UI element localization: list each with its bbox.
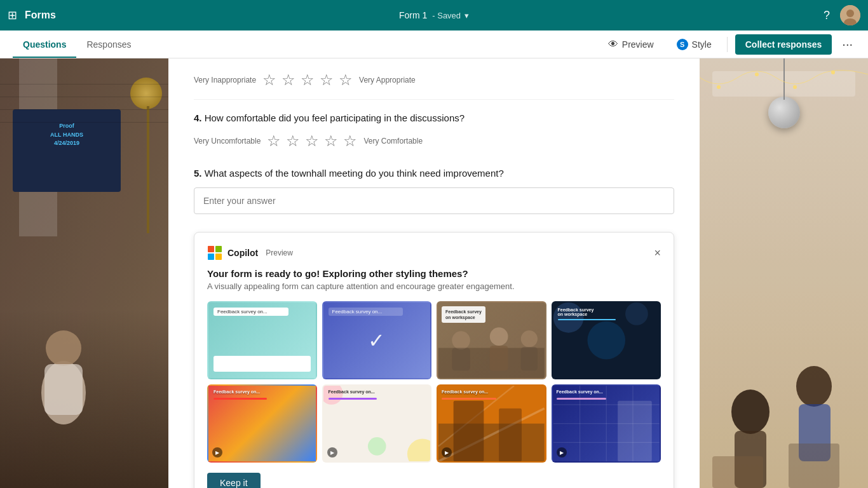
q4-star-1[interactable]: ☆ bbox=[267, 132, 281, 150]
separator bbox=[727, 37, 728, 52]
q3-star-1[interactable]: ☆ bbox=[262, 71, 276, 89]
tab-list: Questions Responses bbox=[13, 30, 142, 58]
background-right bbox=[700, 58, 868, 488]
theme-card-5[interactable]: Feedback survey on... ▶ bbox=[207, 384, 317, 463]
svg-point-1 bbox=[846, 10, 854, 17]
question-3-block: Very Inappropriate ☆ ☆ ☆ ☆ ☆ Very Approp… bbox=[194, 71, 674, 100]
svg-point-13 bbox=[755, 72, 759, 76]
svg-point-8 bbox=[796, 366, 832, 407]
q3-star-3[interactable]: ☆ bbox=[301, 71, 315, 89]
svg-rect-36 bbox=[454, 401, 484, 461]
svg-rect-5 bbox=[44, 364, 83, 415]
grid-icon[interactable]: ⊞ bbox=[8, 8, 17, 22]
svg-rect-10 bbox=[712, 456, 763, 488]
svg-rect-26 bbox=[521, 347, 538, 370]
theme-grid: Feedback survey on... Feedback survey on… bbox=[207, 301, 661, 463]
svg-rect-16 bbox=[208, 246, 214, 252]
theme-6-play-icon[interactable]: ▶ bbox=[327, 447, 337, 458]
copilot-title-text: Copilot bbox=[227, 248, 258, 258]
top-navigation: ⊞ Forms Form 1 - Saved ▾ ? bbox=[0, 0, 868, 30]
more-options-button[interactable]: ··· bbox=[839, 34, 855, 54]
question-4-block: 4. How comfortable did you feel particip… bbox=[194, 112, 674, 150]
chevron-icon[interactable]: ▾ bbox=[465, 11, 469, 20]
style-button[interactable]: S Style bbox=[669, 35, 719, 54]
answer-input[interactable] bbox=[194, 187, 674, 214]
form-content-area: Very Inappropriate ☆ ☆ ☆ ☆ ☆ Very Approp… bbox=[168, 58, 700, 488]
svg-rect-19 bbox=[215, 254, 222, 260]
svg-rect-11 bbox=[789, 444, 839, 488]
svg-point-15 bbox=[831, 71, 835, 74]
copilot-headline: Your form is ready to go! Exploring othe… bbox=[207, 268, 661, 279]
svg-point-12 bbox=[717, 85, 721, 89]
main-content: ProofALL HANDS4/24/2019 bbox=[0, 58, 868, 488]
theme-card-1[interactable]: Feedback survey on... bbox=[207, 301, 317, 379]
svg-point-29 bbox=[587, 322, 625, 360]
tab-responses[interactable]: Responses bbox=[76, 30, 141, 58]
q4-star-row: Very Uncomfortable ☆ ☆ ☆ ☆ ☆ Very Comfor… bbox=[194, 132, 674, 150]
copilot-close-button[interactable]: × bbox=[654, 247, 661, 260]
q4-star-2[interactable]: ☆ bbox=[286, 132, 300, 150]
keep-it-button[interactable]: Keep it bbox=[207, 473, 261, 488]
form-title: Form 1 bbox=[399, 10, 427, 20]
style-badge: S bbox=[677, 39, 688, 50]
theme-card-7[interactable]: Feedback survey on... ▶ bbox=[437, 384, 546, 463]
svg-rect-18 bbox=[208, 254, 214, 260]
copilot-panel: Copilot Preview × Your form is ready to … bbox=[194, 232, 674, 488]
copilot-title-area: Copilot Preview bbox=[207, 245, 293, 261]
copilot-header: Copilot Preview × bbox=[207, 245, 661, 261]
svg-rect-24 bbox=[490, 346, 508, 370]
svg-rect-17 bbox=[215, 246, 222, 252]
svg-point-21 bbox=[452, 331, 470, 349]
copilot-logo-icon bbox=[207, 245, 222, 261]
q3-star-5[interactable]: ☆ bbox=[339, 71, 353, 89]
tab-questions[interactable]: Questions bbox=[13, 30, 76, 58]
user-avatar[interactable] bbox=[840, 5, 860, 25]
q4-stars[interactable]: ☆ ☆ ☆ ☆ ☆ bbox=[267, 132, 357, 150]
q3-right-label: Very Appropriate bbox=[359, 76, 416, 85]
q3-star-row: Very Inappropriate ☆ ☆ ☆ ☆ ☆ Very Approp… bbox=[194, 71, 674, 89]
theme-card-4[interactable]: Feedback surveyon workspace bbox=[552, 301, 661, 379]
background-left: ProofALL HANDS4/24/2019 bbox=[0, 58, 168, 488]
tab-actions: 👁 Preview S Style Collect responses ··· bbox=[600, 34, 855, 55]
collect-responses-button[interactable]: Collect responses bbox=[735, 34, 832, 55]
svg-rect-37 bbox=[499, 409, 522, 461]
preview-button[interactable]: 👁 Preview bbox=[600, 35, 661, 54]
q4-star-4[interactable]: ☆ bbox=[324, 132, 338, 150]
svg-point-4 bbox=[46, 330, 81, 366]
q3-stars[interactable]: ☆ ☆ ☆ ☆ ☆ bbox=[262, 71, 353, 89]
theme-card-2[interactable]: Feedback survey on... ✓ bbox=[322, 301, 432, 379]
question-4-num: 4. bbox=[194, 112, 205, 123]
question-5-text: 5. What aspects of the townhall meeting … bbox=[194, 168, 674, 179]
saved-status: - Saved bbox=[432, 11, 461, 20]
theme-5-play-icon[interactable]: ▶ bbox=[212, 447, 222, 458]
form-title-area: Form 1 - Saved ▾ bbox=[399, 10, 469, 20]
svg-point-23 bbox=[490, 327, 508, 346]
q4-left-label: Very Uncomfortable bbox=[194, 137, 261, 146]
nav-right-actions: ? bbox=[824, 5, 860, 25]
copilot-preview-badge: Preview bbox=[266, 248, 293, 257]
copilot-subtext: A visually appealing form can capture at… bbox=[207, 281, 661, 291]
theme-8-play-icon[interactable]: ▶ bbox=[557, 447, 567, 458]
q3-left-label: Very Inappropriate bbox=[194, 76, 256, 85]
q3-star-2[interactable]: ☆ bbox=[281, 71, 295, 89]
svg-point-6 bbox=[731, 390, 770, 434]
svg-rect-22 bbox=[452, 348, 470, 371]
q4-star-3[interactable]: ☆ bbox=[305, 132, 319, 150]
q4-right-label: Very Comfortable bbox=[363, 137, 423, 146]
tab-bar: Questions Responses 👁 Preview S Style Co… bbox=[0, 30, 868, 58]
svg-point-32 bbox=[367, 437, 386, 456]
question-5-num: 5. bbox=[194, 168, 205, 179]
q3-star-4[interactable]: ☆ bbox=[320, 71, 334, 89]
theme-card-8[interactable]: Feedback survey on... ▶ bbox=[552, 384, 661, 463]
theme-card-3[interactable]: Feedback surveyon workspace bbox=[437, 301, 546, 379]
svg-point-31 bbox=[407, 439, 430, 462]
svg-rect-44 bbox=[618, 401, 652, 461]
svg-point-25 bbox=[521, 330, 538, 347]
q4-star-5[interactable]: ☆ bbox=[343, 132, 357, 150]
help-icon[interactable]: ? bbox=[824, 9, 830, 22]
question-5-block: 5. What aspects of the townhall meeting … bbox=[194, 168, 674, 214]
theme-card-6[interactable]: Feedback survey on... ▶ bbox=[322, 384, 432, 463]
preview-icon: 👁 bbox=[608, 39, 618, 50]
svg-point-14 bbox=[793, 85, 797, 89]
question-4-text: 4. How comfortable did you feel particip… bbox=[194, 112, 674, 123]
